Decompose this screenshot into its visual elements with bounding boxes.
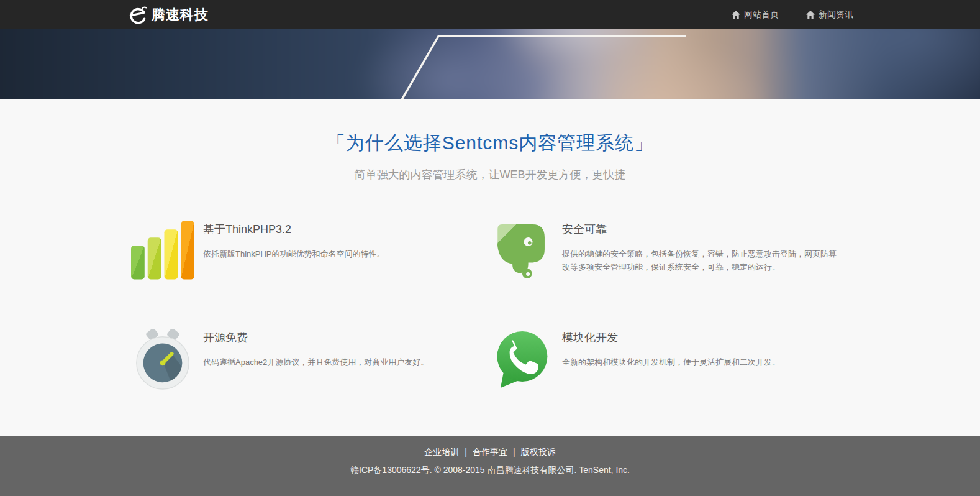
- page-subtitle: 简单强大的内容管理系统，让WEB开发更方便，更快捷: [0, 167, 980, 182]
- nav-item-label: 网站首页: [744, 9, 779, 21]
- feature-description: 提供的稳健的安全策略，包括备份恢复，容错，防止恶意攻击登陆，网页防算改等多项安全…: [562, 247, 838, 273]
- home-icon: [806, 11, 815, 19]
- page-title: 「为什么选择Sentcms内容管理系统」: [0, 131, 980, 156]
- footer-separator: |: [465, 447, 467, 457]
- nav-item-home[interactable]: 网站首页: [732, 9, 779, 21]
- hero-carousel[interactable]: [0, 29, 980, 99]
- bar-chart-icon: [131, 221, 194, 280]
- feature-security: 安全可靠 提供的稳健的安全策略，包括备份恢复，容错，防止恶意攻击登陆，网页防算改…: [490, 221, 849, 282]
- footer-separator: |: [513, 447, 515, 457]
- footer-copyright: 赣ICP备13006622号. © 2008-2015 南昌腾速科技有限公司. …: [0, 465, 980, 476]
- page: 腾速科技 网站首页 新闻资讯: [0, 0, 980, 496]
- feature-title: 基于ThinkPHP3.2: [203, 222, 385, 237]
- nav-item-news[interactable]: 新闻资讯: [806, 9, 853, 21]
- footer: 企业培训|合作事宜|版权投诉 赣ICP备13006622号. © 2008-20…: [0, 436, 980, 496]
- feature-title: 模块化开发: [562, 330, 780, 345]
- footer-link-training[interactable]: 企业培训: [424, 447, 459, 457]
- feature-thinkphp: 基于ThinkPHP3.2 依托新版ThinkPHP的功能优势和命名空间的特性。: [131, 221, 490, 282]
- site-logo[interactable]: 腾速科技: [127, 5, 209, 25]
- nav-item-label: 新闻资讯: [819, 9, 853, 21]
- feature-title: 安全可靠: [562, 222, 838, 237]
- feature-description: 依托新版ThinkPHP的功能优势和命名空间的特性。: [203, 247, 385, 260]
- logo-e-icon: [127, 5, 148, 25]
- feature-title: 开源免费: [203, 330, 429, 345]
- whatsapp-icon: [490, 329, 553, 391]
- feature-description: 代码遵循Apache2开源协议，并且免费使用，对商业用户友好。: [203, 356, 429, 369]
- home-icon: [732, 11, 740, 19]
- top-navbar: 腾速科技 网站首页 新闻资讯: [0, 0, 980, 29]
- main-nav: 网站首页 新闻资讯: [732, 9, 853, 21]
- feature-modular: 模块化开发 全新的架构和模块化的开发机制，便于灵活扩展和二次开发。: [490, 329, 849, 391]
- footer-link-copyright-complaint[interactable]: 版权投诉: [521, 447, 556, 457]
- logo-text: 腾速科技: [152, 6, 209, 24]
- features-grid: 基于ThinkPHP3.2 依托新版ThinkPHP的功能优势和命名空间的特性。…: [131, 221, 849, 391]
- feature-opensource: 开源免费 代码遵循Apache2开源协议，并且免费使用，对商业用户友好。: [131, 329, 490, 391]
- elephant-icon: [490, 221, 553, 282]
- footer-link-cooperation[interactable]: 合作事宜: [473, 447, 507, 457]
- intro-section: 「为什么选择Sentcms内容管理系统」 简单强大的内容管理系统，让WEB开发更…: [0, 99, 980, 182]
- footer-links: 企业培训|合作事宜|版权投诉: [0, 447, 980, 458]
- stopwatch-icon: [131, 329, 194, 390]
- hero-decorative-lines: [0, 29, 980, 99]
- feature-description: 全新的架构和模块化的开发机制，便于灵活扩展和二次开发。: [562, 356, 780, 369]
